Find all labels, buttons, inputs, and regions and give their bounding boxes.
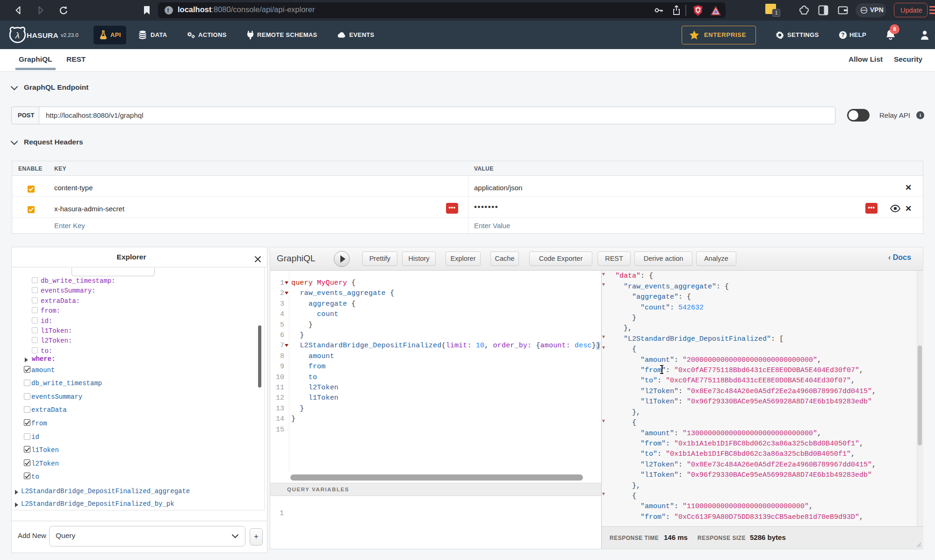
svg-text:λ: λ <box>15 30 20 40</box>
svg-text:?: ? <box>841 32 844 38</box>
